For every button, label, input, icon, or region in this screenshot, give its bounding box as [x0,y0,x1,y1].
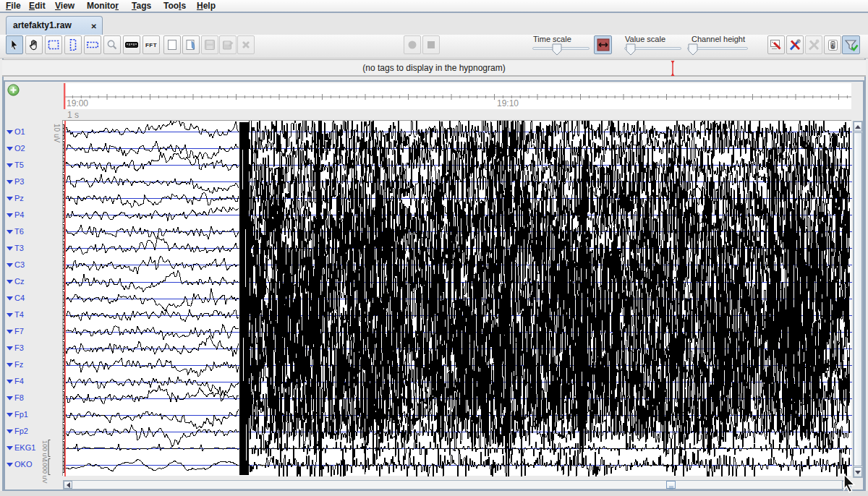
svg-text:b: b [831,43,834,48]
svg-text:19:00: 19:00 [67,98,88,108]
svg-text:19:10: 19:10 [497,98,519,108]
